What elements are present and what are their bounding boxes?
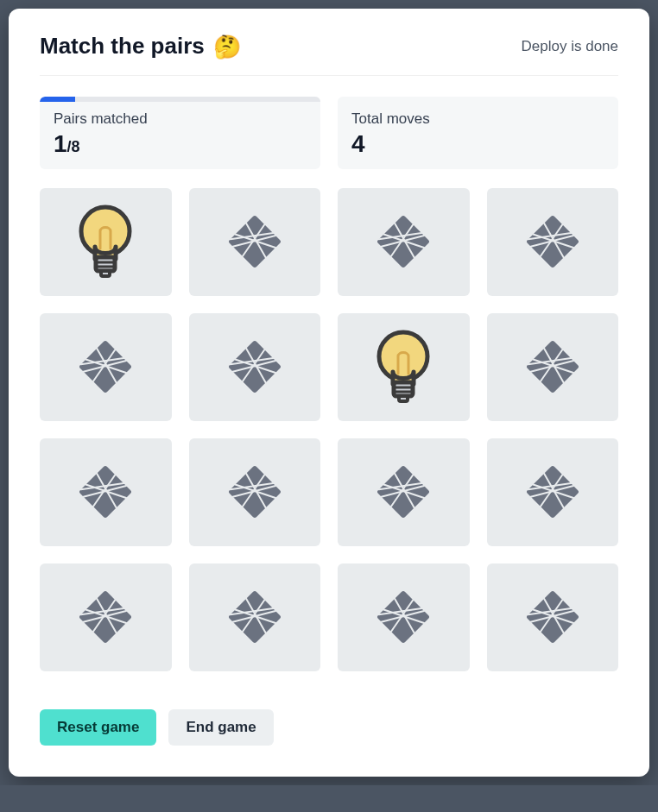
memory-card[interactable] xyxy=(189,438,321,546)
card-back-icon xyxy=(526,465,579,519)
svg-rect-39 xyxy=(399,396,408,401)
svg-rect-4 xyxy=(101,271,110,276)
progress-fill xyxy=(40,97,75,102)
card-back-icon xyxy=(526,340,579,393)
memory-card[interactable] xyxy=(338,438,470,546)
lightbulb-icon xyxy=(75,204,136,280)
memory-card[interactable] xyxy=(338,188,470,296)
card-back-icon xyxy=(79,590,132,644)
svg-rect-36 xyxy=(394,382,413,396)
deploy-status: Deploy is done xyxy=(522,38,618,55)
memory-card[interactable] xyxy=(189,313,321,421)
progress-bar xyxy=(40,97,320,102)
svg-point-35 xyxy=(379,332,427,381)
memory-card[interactable] xyxy=(487,438,619,546)
card-back-icon xyxy=(79,340,132,393)
pairs-total: /8 xyxy=(67,138,80,155)
memory-card[interactable] xyxy=(40,563,172,671)
pairs-matched-label: Pairs matched xyxy=(54,110,307,128)
game-board xyxy=(40,188,618,671)
card-back-icon xyxy=(376,215,430,268)
card-back-icon xyxy=(526,590,579,644)
card-back-icon xyxy=(376,590,430,644)
memory-card[interactable] xyxy=(487,313,619,421)
modal-header: Match the pairs 🤔 Deploy is done xyxy=(40,33,618,76)
memory-card[interactable] xyxy=(189,188,321,296)
svg-point-0 xyxy=(81,207,130,255)
memory-card[interactable] xyxy=(189,563,321,671)
card-back-icon xyxy=(228,340,282,393)
game-modal: Match the pairs 🤔 Deploy is done Pairs m… xyxy=(9,9,649,777)
svg-rect-1 xyxy=(96,257,115,271)
reset-game-button[interactable]: Reset game xyxy=(40,709,156,746)
memory-card[interactable] xyxy=(40,313,172,421)
card-back-icon xyxy=(228,215,282,268)
card-back-icon xyxy=(376,465,430,519)
modal-footer: Reset game End game xyxy=(40,709,618,746)
page-title: Match the pairs xyxy=(40,33,205,60)
title-group: Match the pairs 🤔 xyxy=(40,33,241,60)
total-moves-card: Total moves 4 xyxy=(338,97,618,169)
card-back-icon xyxy=(228,465,282,519)
end-game-button[interactable]: End game xyxy=(168,709,273,746)
lightbulb-icon xyxy=(373,329,433,405)
memory-card[interactable] xyxy=(338,313,470,421)
card-back-icon xyxy=(526,215,579,268)
total-moves-value: 4 xyxy=(351,129,604,159)
memory-card[interactable] xyxy=(40,188,172,296)
stats-row: Pairs matched 1/8 Total moves 4 xyxy=(40,97,618,169)
memory-card[interactable] xyxy=(40,438,172,546)
thinking-emoji-icon: 🤔 xyxy=(213,35,241,58)
memory-card[interactable] xyxy=(487,188,619,296)
card-back-icon xyxy=(228,590,282,644)
card-back-icon xyxy=(79,465,132,519)
pairs-matched-value: 1/8 xyxy=(54,129,307,159)
memory-card[interactable] xyxy=(338,563,470,671)
total-moves-label: Total moves xyxy=(351,110,604,128)
pairs-matched-count: 1 xyxy=(54,130,67,157)
pairs-matched-card: Pairs matched 1/8 xyxy=(40,97,320,169)
memory-card[interactable] xyxy=(487,563,619,671)
